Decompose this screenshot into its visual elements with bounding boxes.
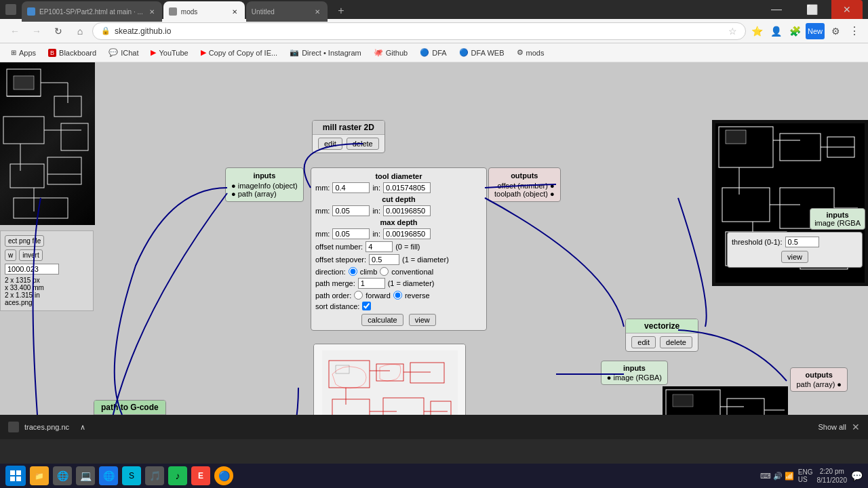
mill-raster-delete-button[interactable]: delete <box>347 138 379 150</box>
threshold-input[interactable] <box>785 237 819 247</box>
taskbar-skype-button[interactable]: S <box>122 466 141 485</box>
taskbar-ie-button[interactable]: 🌐 <box>53 466 72 485</box>
more-icon[interactable]: ⋮ <box>846 23 863 39</box>
max-depth-label: max depth <box>315 218 482 226</box>
bookmark-blackboard[interactable]: B Blackboard <box>43 47 102 58</box>
conventional-radio[interactable] <box>380 267 389 276</box>
offset-stepover-input[interactable] <box>369 254 399 265</box>
bookmark-mods[interactable]: ⚙ mods <box>511 47 550 58</box>
threshold-view-button[interactable]: view <box>781 251 808 263</box>
taskbar-folder-button[interactable]: 📁 <box>30 466 49 485</box>
cd-mm-label: mm: <box>315 207 330 215</box>
max-depth-in-input[interactable] <box>383 228 431 239</box>
maximize-button[interactable]: ⬜ <box>796 0 827 19</box>
start-button[interactable] <box>5 466 26 486</box>
bookmark-instagram[interactable]: 📷 Direct • Instagram <box>284 47 367 58</box>
calculate-button[interactable]: calculate <box>361 314 403 326</box>
tab-2[interactable]: mods ✕ <box>163 1 245 22</box>
bookmark-ichat[interactable]: 💬 IChat <box>103 47 144 58</box>
os-label: offset stepover: <box>315 256 366 264</box>
nav-bar: ← → ↻ ⌂ 🔒 skeatz.github.io ☆ ⭐ 👤 🧩 New ⚙… <box>0 19 868 43</box>
forward-button[interactable]: → <box>27 22 46 41</box>
tab-3[interactable]: Untitled ✕ <box>246 1 328 22</box>
copy-icon: ▶ <box>201 48 206 57</box>
tool-diam-in-input[interactable] <box>383 182 431 193</box>
inputs-node: inputs ● imageInfo (object) ● path (arra… <box>225 167 304 202</box>
close-button[interactable]: ✕ <box>831 0 863 19</box>
value-input[interactable] <box>5 264 59 274</box>
download-bar: traces.png.nc ∧ Show all ✕ <box>0 415 868 439</box>
profile-icon[interactable]: 👤 <box>768 23 784 39</box>
cut-depth-mm-input[interactable] <box>332 205 370 216</box>
tab-close-2[interactable]: ✕ <box>230 7 239 16</box>
tab-close-3[interactable]: ✕ <box>313 7 322 16</box>
vectorize-edit-button[interactable]: edit <box>631 336 656 348</box>
minimize-button[interactable]: — <box>761 0 792 19</box>
cut-depth-in-input[interactable] <box>383 205 431 216</box>
bookmark-youtube[interactable]: ▶ YouTube <box>145 47 193 58</box>
tool-diameter-label: tool diameter <box>315 172 482 180</box>
home-button[interactable]: ⌂ <box>71 22 90 41</box>
show-all-button[interactable]: ∧ <box>80 423 85 432</box>
bookmark-apps[interactable]: ⊞ Apps <box>5 47 41 58</box>
climb-radio[interactable] <box>349 267 357 276</box>
bookmark-instagram-label: Direct • Instagram <box>302 49 361 57</box>
bookmark-icon[interactable]: ⭐ <box>749 23 765 39</box>
bookmark-mods-label: mods <box>526 49 545 57</box>
unnamed-button[interactable]: w <box>5 249 16 261</box>
forward-radio[interactable] <box>354 291 363 300</box>
star-icon[interactable]: ☆ <box>728 26 737 37</box>
bookmark-github[interactable]: 🐙 Github <box>368 47 413 58</box>
taskbar-more-button[interactable]: 🎵 <box>145 466 164 485</box>
svg-rect-66 <box>10 470 15 475</box>
language-indicator: ENGUS <box>798 468 813 483</box>
vectorize-delete-button[interactable]: delete <box>660 336 692 348</box>
threshold-label: threshold (0-1): <box>732 238 783 246</box>
address-text[interactable]: skeatz.github.io <box>115 26 724 36</box>
taskbar-cmd-button[interactable]: 💻 <box>76 466 95 485</box>
reverse-radio[interactable] <box>393 291 402 300</box>
taskbar-spotify-button[interactable]: ♪ <box>168 466 187 485</box>
sd-label: sort distance: <box>315 302 359 310</box>
tool-diam-mm-input[interactable] <box>332 182 370 193</box>
tab-label-3: Untitled <box>252 8 275 16</box>
taskbar-e-button[interactable]: E <box>191 466 210 485</box>
show-all-text-button[interactable]: Show all <box>818 423 846 431</box>
outputs-node: outputs offset (number) ● toolpath (obje… <box>488 167 561 202</box>
new-icon[interactable]: New <box>806 23 825 39</box>
download-filename: traces.png.nc <box>24 423 69 431</box>
sort-distance-checkbox[interactable] <box>362 302 371 310</box>
tab-1[interactable]: EP1001-SP/Part2.html at main · ... ✕ <box>22 1 162 22</box>
threshold-panel: threshold (0-1): view <box>727 232 863 268</box>
view-button[interactable]: view <box>409 314 436 326</box>
tab-favicon-2 <box>169 7 177 16</box>
bookmark-copy[interactable]: ▶ Copy of Copy of IE... <box>195 47 283 58</box>
offset-number-input[interactable] <box>366 241 393 252</box>
max-depth-mm-input[interactable] <box>332 228 370 239</box>
md-mm-label: mm: <box>315 230 330 238</box>
bookmark-dfa-web[interactable]: 🔵 DFA WEB <box>454 47 510 58</box>
tab-label-1: EP1001-SP/Part2.html at main · ... <box>39 8 143 16</box>
mill-raster-edit-button[interactable]: edit <box>318 138 342 150</box>
path-merge-input[interactable] <box>358 278 385 289</box>
bookmark-dfa[interactable]: 🔵 DFA <box>414 47 452 58</box>
new-tab-button[interactable]: + <box>332 1 351 20</box>
bookmark-apps-label: Apps <box>19 49 36 57</box>
title-bar: EP1001-SP/Part2.html at main · ... ✕ mod… <box>0 0 868 19</box>
extension-icon[interactable]: 🧩 <box>787 23 803 39</box>
notification-icon[interactable]: 💬 <box>851 470 863 481</box>
close-download-button[interactable]: ✕ <box>852 422 860 432</box>
direction-row: direction: climb conventional <box>315 267 482 276</box>
taskbar-chrome2-button[interactable]: 🔵 <box>214 466 233 485</box>
bookmark-youtube-label: YouTube <box>159 49 188 57</box>
invert-button[interactable]: invert <box>19 249 42 261</box>
bookmark-github-label: Github <box>386 49 408 57</box>
canvas-area[interactable]: ect png file w invert 2 x 1315 px x 33.4… <box>0 62 868 439</box>
back-button[interactable]: ← <box>5 22 24 41</box>
taskbar-chrome-button[interactable]: 🌐 <box>99 466 118 485</box>
settings-icon[interactable]: ⚙ <box>827 23 844 39</box>
reload-button[interactable]: ↻ <box>49 22 68 41</box>
select-png-button[interactable]: ect png file <box>5 235 44 247</box>
svg-rect-68 <box>10 476 15 481</box>
tab-close-1[interactable]: ✕ <box>147 7 157 16</box>
